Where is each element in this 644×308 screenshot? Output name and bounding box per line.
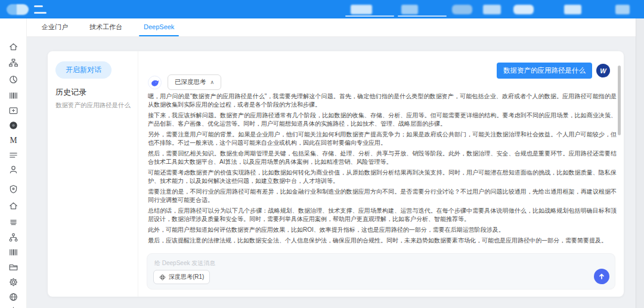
blurred-nav-item[interactable] [351, 5, 372, 14]
home-icon[interactable] [8, 42, 18, 52]
filled-circle-icon[interactable] [8, 120, 18, 130]
tab-bar: 企业门户 技术工作台 DeepSeek [27, 18, 644, 37]
arrow-up-icon [598, 273, 605, 280]
deep-thought-label: 已深度思考 [175, 78, 206, 86]
shield-icon[interactable] [8, 184, 18, 194]
blurred-nav-item[interactable] [483, 5, 501, 14]
history-item[interactable]: 数据资产的应用路径是什么 [55, 101, 133, 110]
card-add-icon[interactable] [8, 105, 18, 116]
response-paragraph: 最后，应该提醒注意的法律法规，比如数据安全法、个人信息保护法，确保应用的合规性。… [148, 237, 617, 244]
tab-deepseek[interactable]: DeepSeek [144, 18, 174, 37]
topbar [0, 0, 644, 18]
app-logo [7, 4, 29, 15]
left-icon-sidebar: M [0, 18, 27, 308]
layers-icon[interactable] [8, 217, 18, 227]
barcode-alt-icon[interactable] [8, 247, 18, 257]
deep-think-r1-label: 深度思考(R1) [169, 273, 204, 281]
send-button[interactable] [594, 269, 609, 284]
user-avatar: W [596, 64, 610, 77]
blurred-nav-item[interactable] [615, 5, 630, 14]
folder-icon[interactable] [8, 262, 18, 272]
response-paragraph: 然后，需要回忆相关知识。数据生命周期管理是关键，包括采集、存储、处理、分析、共享… [148, 150, 617, 166]
response-paragraph: 需要注意的是，不同行业的应用路径可能有差异，比如金融行业和制造业的数据应用方向不… [148, 188, 617, 204]
flower-gear-icon[interactable] [8, 277, 18, 287]
assistant-header-row: 已深度思考 ∧ [148, 74, 221, 90]
tab-enterprise-portal[interactable]: 企业门户 [42, 18, 68, 37]
user-message-row: 数据资产的应用路径是什么 W [497, 63, 610, 79]
page-scrollbar[interactable] [636, 18, 644, 308]
chat-scrollbar-thumb[interactable] [618, 66, 621, 135]
blurred-nav-item[interactable] [513, 5, 534, 14]
message-input-placeholder[interactable]: 给 DeepSeek 发送消息 [154, 259, 215, 267]
history-title: 历史记录 [55, 87, 86, 98]
list-icon[interactable] [8, 150, 18, 160]
new-chat-button[interactable]: 开启新对话 [55, 61, 112, 79]
deepseek-chat-card: 开启新对话 历史记录 数据资产的应用路径是什么 数据资产的应用路径是什么 W 已… [48, 51, 624, 297]
response-paragraph: 此外，可能用户想知道如何评估数据资产的应用效果，比如ROI、效率提升指标，这也是… [148, 226, 617, 234]
assistant-response: 嗯，用户问的是"数据资产的应用路径是什么"，我需要先理解这个问题。首先，确定他们… [148, 92, 617, 244]
deep-thought-toggle[interactable]: 已深度思考 ∧ [168, 74, 221, 90]
clock-pie-icon[interactable] [8, 74, 18, 85]
atom-icon [159, 274, 166, 281]
response-paragraph: 嗯，用户问的是"数据资产的应用路径是什么"，我需要先理解这个问题。首先，确定他们… [148, 92, 617, 109]
nav-underline [398, 15, 447, 17]
chevron-up-icon: ∧ [210, 79, 215, 85]
sitemap-icon[interactable] [8, 58, 18, 68]
topbar-collapse-icon[interactable] [34, 5, 47, 15]
response-paragraph: 另外，需要注意用户可能的背景。如果是企业用户，他们可能关注如何利用数据资产提高竞… [148, 130, 617, 147]
blurred-nav-item[interactable] [564, 5, 581, 14]
m-letter-icon[interactable]: M [8, 135, 18, 145]
message-composer[interactable]: 给 DeepSeek 发送消息 深度思考(R1) [147, 253, 615, 290]
barcode-icon[interactable] [8, 91, 18, 101]
response-paragraph: 总结的话，应用路径可以分为以下几个步骤：战略规划、数据治理、技术支撑、应用场景构… [148, 207, 617, 223]
deepseek-avatar-whale-icon [148, 76, 162, 89]
history-panel: 开启新对话 历史记录 数据资产的应用路径是什么 [48, 51, 138, 297]
deep-think-r1-button[interactable]: 深度思考(R1) [153, 270, 210, 284]
tab-tech-workbench[interactable]: 技术工作台 [89, 18, 122, 37]
blurred-nav-item[interactable] [401, 5, 418, 14]
nav-underline [345, 15, 394, 17]
response-paragraph: 接下来，我应该拆解问题。数据资产的应用路径通常有几个阶段，比如数据的收集、存储、… [148, 111, 617, 128]
blurred-nav-item[interactable] [452, 5, 472, 14]
home-alt-icon[interactable] [8, 201, 18, 211]
svg-text:M: M [10, 136, 17, 145]
response-paragraph: 可能还需要考虑数据资产的价值实现路径，比如数据如何转化为商业价值，从原始数据到分… [148, 169, 617, 185]
user-message-bubble: 数据资产的应用路径是什么 [497, 63, 592, 79]
org-network-icon[interactable] [8, 232, 18, 242]
user-icon[interactable] [8, 164, 18, 175]
globe-icon[interactable] [8, 292, 18, 302]
